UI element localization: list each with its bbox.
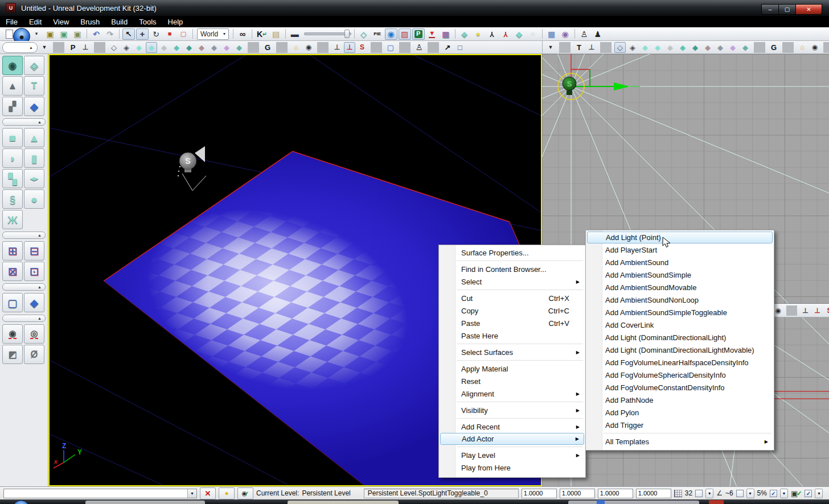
hide-unselected-button[interactable]: Ø [24,345,44,364]
sound-tools-button[interactable]: ◆ [513,28,526,40]
volumes-rollup[interactable]: ▲ [2,315,46,322]
builder-sheet-button[interactable]: ◆ [24,169,44,188]
camera-speed-button[interactable]: S [824,305,829,316]
submenu-item[interactable]: Add Light (DominantDirectionalLight) [587,331,773,344]
menu-item[interactable]: Select Surfaces ▶ [440,346,584,358]
play-in-editor-button[interactable]: P [412,28,425,40]
brush-wireframe-mode-button[interactable]: ◈ [121,42,132,53]
builder-linear-stairs-button[interactable]: ▚ [2,169,23,188]
menu-item[interactable]: Visibility ▶ [440,404,584,416]
combo-dropdown-icon[interactable]: ▼ [187,489,196,498]
submenu-item[interactable]: Add Pylon [587,406,773,419]
menu-item[interactable]: Select ▶ [440,275,584,288]
geometry-mode-button[interactable]: ◈ [24,56,44,75]
dof-slider[interactable] [302,28,351,40]
scale-tool-button[interactable]: ■ [163,28,176,40]
grid-settings-button[interactable]: ▦ [545,28,558,40]
build-all-button[interactable]: ♟ [592,28,604,40]
menubar-item[interactable]: File [0,16,23,27]
texture-density-mode-button[interactable]: ◆ [702,42,713,53]
detail-lighting-mode-button[interactable]: ◆ [158,42,170,53]
open-recent-dropdown[interactable]: ▾ [30,28,43,40]
no-clip-button[interactable]: ✕ [200,488,216,499]
submenu-item[interactable]: Add Trigger [587,419,773,431]
player-height-preview-button[interactable]: ♙ [413,42,425,53]
lighting-tools-button[interactable]: ● [472,28,485,40]
grid-snap-checkbox[interactable] [695,490,703,497]
realtime-preview-button[interactable]: ◉ [385,28,397,40]
taskbar-icon[interactable] [597,500,605,504]
hide-selected-button[interactable]: ◎ [24,324,44,344]
close-button[interactable]: ✕ [796,4,822,15]
kismet-button[interactable]: K [255,28,269,40]
submenu-item[interactable]: Add FogVolumeConstantDensityInfo [587,381,773,394]
submenu-item[interactable]: Add AmbientSoundSimpleToggleable [587,306,773,319]
drawscale-z-field[interactable] [598,489,633,498]
realtime-audio-dropdown[interactable]: ▼ [815,489,823,498]
wireframe-mode-button[interactable]: ◇ [108,42,120,53]
menu-item[interactable]: Alignment ▶ [440,387,584,400]
translucent-selection-button[interactable]: ▢ [385,42,396,53]
lighting-quality-button[interactable]: ● [219,488,235,499]
csg-subtract-button[interactable]: ⊟ [24,241,44,261]
redo-button[interactable]: ↷ [104,28,116,40]
undo-button[interactable]: ↶ [90,28,102,40]
builder-volumetric-button[interactable]: Ж [2,210,23,229]
autosave-dropdown[interactable]: ▼ [780,489,788,498]
geometry-tools-button[interactable]: ◈ [458,28,471,40]
maya-camera-button[interactable]: ⊥ [331,42,343,53]
menu-item[interactable]: Surface Properties... [440,246,584,259]
shader-complexity-mode-button[interactable]: ◆ [208,42,220,53]
rotation-snap-checkbox[interactable] [736,490,744,497]
lit-mode-button[interactable]: ◆ [652,42,663,53]
shader-complexity-mode-button[interactable]: ◆ [715,42,726,53]
search-actors-button[interactable]: ∞ [236,28,249,40]
taskbar-button[interactable] [85,501,205,504]
texture-pan-mode-button[interactable]: ▞ [2,97,23,116]
brush-wireframe-mode-button[interactable]: ◈ [627,42,638,53]
maximize-joystick-button[interactable]: ⊥ [80,42,91,53]
menu-item[interactable]: Reset [440,375,584,387]
light-complexity-mode-button[interactable]: ◆ [183,42,195,53]
game-camera-button[interactable]: ⊥ [344,42,355,53]
menu-item[interactable]: Paste Here [440,329,584,342]
builder-cylinder-button[interactable]: ▮ [24,148,44,168]
detail-lighting-mode-button[interactable]: ◆ [664,42,676,53]
lightmap-density-mode-button[interactable]: ◆ [727,42,738,53]
submenu-item[interactable]: Add Light (DominantDirectionalLightMovab… [587,344,773,356]
taskbar-button[interactable] [288,501,399,504]
rollup-combo[interactable]: ▲ [2,42,38,53]
menu-item[interactable]: Paste Ctrl+V [440,317,584,329]
show-flags-button[interactable]: ◉ [303,42,314,53]
taskbar-button[interactable] [568,501,699,504]
matinee-button[interactable]: ▬ [289,28,301,40]
camera-mode-button[interactable]: ◉ [2,56,23,75]
invert-selection-button[interactable]: ◩ [2,345,23,364]
show-flags-button[interactable]: ◉ [809,42,820,53]
grid-size-dropdown[interactable]: ▼ [705,489,713,498]
submenu-item[interactable]: Add FogVolumeLinearHalfspaceDensityInfo [587,356,773,369]
top-view-button[interactable]: T [573,42,585,53]
taskbar-icon[interactable] [709,500,724,504]
submenu-item[interactable]: Add FogVolumeSphericalDensityInfo [587,369,773,381]
game-view-button[interactable]: G [768,42,779,53]
game-view-button[interactable]: G [262,42,273,53]
autosave-checkbox[interactable]: ✓ [770,490,777,497]
builder-curved-stairs-button[interactable]: ◗ [2,148,23,168]
camera-speed-button[interactable]: S [356,42,368,53]
texel-density-mode-button[interactable]: ◆ [233,42,245,53]
drop-to-floor-button[interactable]: ▼ [426,28,438,40]
lighting-built-button[interactable]: ◉✓ [237,488,253,499]
lightmap-density-mode-button[interactable]: ◆ [221,42,232,53]
portal-tools-button[interactable]: ○ [527,28,539,40]
start-orb-icon[interactable] [13,500,30,504]
lighting-only-mode-button[interactable]: ◆ [171,42,182,53]
menu-item[interactable]: Play Level ▶ [440,449,584,461]
unlit-mode-button[interactable]: ◆ [639,42,651,53]
viewport-options-dropdown[interactable]: ▼ [39,42,50,53]
menubar-item[interactable]: Help [162,16,189,27]
add-volume-button[interactable]: ◆ [24,293,44,312]
lit-mode-button[interactable]: ◆ [146,42,157,53]
special-brush-button[interactable]: ▢ [2,293,23,312]
toggle-rendering-button[interactable]: ▨ [399,28,411,40]
